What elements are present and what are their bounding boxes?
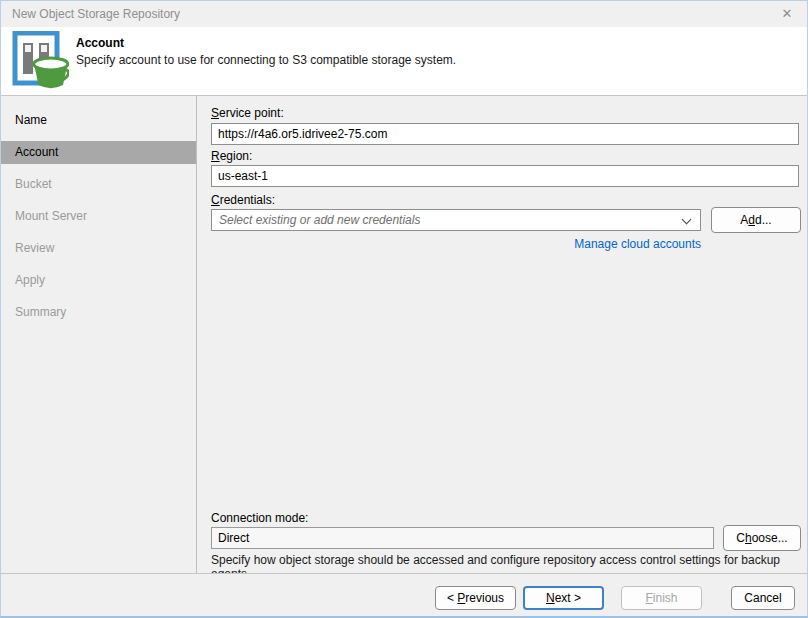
title-bar: New Object Storage Repository ✕: [1, 1, 807, 27]
step-label: Bucket: [15, 177, 52, 191]
connection-mode-value: Direct: [211, 527, 714, 549]
step-label: Account: [15, 145, 58, 159]
bucket-glyph: [34, 58, 69, 88]
step-label: Mount Server: [15, 209, 87, 223]
sidebar-item-apply[interactable]: Apply: [1, 269, 196, 292]
wizard-steps-sidebar: Name Account Bucket Mount Server Review …: [1, 96, 197, 573]
sidebar-item-account[interactable]: Account: [1, 141, 196, 164]
credentials-label: Credentials:: [211, 193, 275, 207]
wizard-header: Account Specify account to use for conne…: [1, 27, 807, 96]
choose-connection-mode-button[interactable]: Choose...: [723, 525, 801, 551]
object-storage-icon: [11, 31, 69, 91]
sidebar-item-summary[interactable]: Summary: [1, 301, 196, 324]
step-label: Review: [15, 241, 54, 255]
region-label: Region:: [211, 149, 252, 163]
region-input[interactable]: [211, 165, 799, 187]
step-title: Account: [76, 36, 124, 50]
step-label: Name: [15, 113, 47, 127]
main-panel: Service point: Region: Credentials: Sele…: [198, 96, 808, 573]
add-credentials-button[interactable]: Add...: [711, 207, 801, 233]
window-title: New Object Storage Repository: [12, 7, 180, 21]
previous-button[interactable]: < Previous: [435, 586, 516, 610]
close-icon[interactable]: ✕: [777, 1, 797, 27]
sidebar-item-mount-server[interactable]: Mount Server: [1, 205, 196, 228]
step-label: Apply: [15, 273, 45, 287]
credentials-placeholder: Select existing or add new credentials: [219, 213, 420, 227]
credentials-dropdown[interactable]: Select existing or add new credentials: [211, 209, 701, 231]
sidebar-item-name[interactable]: Name: [1, 109, 196, 132]
sidebar-item-review[interactable]: Review: [1, 237, 196, 260]
cancel-button[interactable]: Cancel: [731, 586, 795, 610]
chevron-down-icon: [682, 215, 692, 225]
finish-button: Finish: [621, 586, 702, 610]
wizard-footer: < Previous Next > Finish Cancel: [1, 573, 807, 617]
step-subtitle: Specify account to use for connecting to…: [76, 53, 456, 67]
manage-cloud-accounts-link[interactable]: Manage cloud accounts: [211, 237, 701, 251]
sidebar-item-bucket[interactable]: Bucket: [1, 173, 196, 196]
service-point-label: Service point:: [211, 106, 284, 120]
step-label: Summary: [15, 305, 66, 319]
wizard-window: New Object Storage Repository ✕ Account …: [0, 0, 808, 618]
connection-mode-label: Connection mode:: [211, 511, 308, 525]
service-point-input[interactable]: [211, 123, 799, 145]
next-button[interactable]: Next >: [523, 586, 604, 610]
